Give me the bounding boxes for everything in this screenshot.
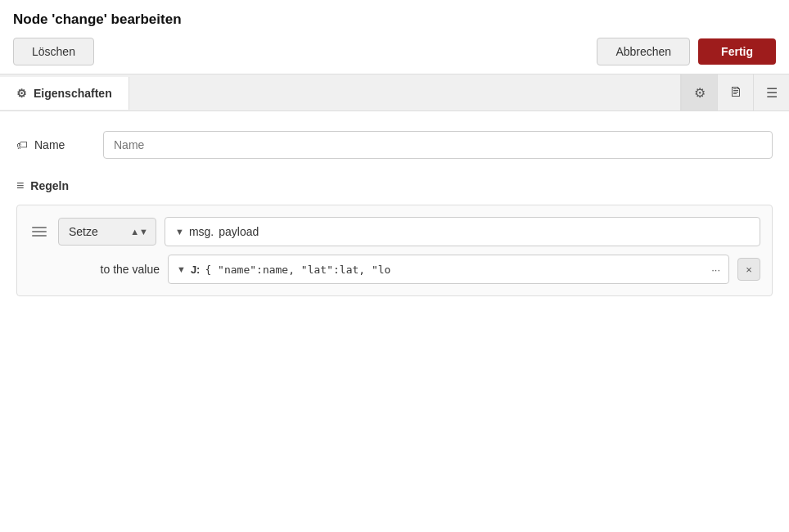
abbrechen-button[interactable]: Abbrechen: [597, 38, 690, 65]
tabs-bar: ⚙ Eigenschaften ⚙ 🖹 ☰: [0, 74, 789, 111]
tab-document-button[interactable]: 🖹: [717, 74, 753, 110]
drag-line-3: [32, 235, 47, 237]
rule-card: Setze Ändere Lösche Verschiebe ▲▼ ▼ msg.…: [16, 205, 773, 296]
name-field-row: 🏷 Name: [16, 131, 773, 159]
json-type-icon: J:: [191, 264, 201, 276]
name-input[interactable]: [103, 131, 773, 159]
drag-line-2: [32, 231, 47, 232]
gear-icon: ⚙: [16, 87, 27, 100]
json-field[interactable]: ▼ J: { "name":name, "lat":lat, "lo ···: [168, 255, 729, 284]
regeln-section: ≡ Regeln Setze Ändere Lösche Verschiebe: [16, 178, 773, 296]
rule-first-row: Setze Ändere Lösche Verschiebe ▲▼ ▼ msg.…: [29, 217, 760, 246]
tabs-right-icons: ⚙ 🖹 ☰: [680, 74, 789, 110]
action-select[interactable]: Setze Ändere Lösche Verschiebe: [58, 218, 156, 246]
tab-eigenschaften[interactable]: ⚙ Eigenschaften: [0, 77, 129, 110]
json-ellipsis: ···: [711, 264, 720, 276]
rule-second-row: to the value ▼ J: { "name":name, "lat":l…: [29, 255, 760, 284]
tab-eigenschaften-label: Eigenschaften: [34, 87, 112, 100]
header-buttons: Löschen Abbrechen Fertig: [13, 38, 776, 65]
drag-handle[interactable]: [29, 223, 50, 240]
content-area: 🏷 Name ≡ Regeln Setze Ändere: [0, 111, 789, 316]
tab-more-button[interactable]: ☰: [753, 74, 789, 110]
page-title: Node 'change' bearbeiten: [13, 11, 776, 28]
payload-value: payload: [219, 225, 259, 238]
to-the-value-label: to the value: [61, 263, 160, 276]
name-label: 🏷 Name: [16, 138, 90, 151]
payload-chevron: ▼: [175, 227, 184, 237]
fertig-button[interactable]: Fertig: [698, 38, 776, 65]
loschen-button[interactable]: Löschen: [13, 38, 94, 65]
rule-delete-button[interactable]: ×: [737, 258, 760, 281]
header: Node 'change' bearbeiten Löschen Abbrech…: [0, 0, 789, 74]
action-select-wrapper: Setze Ändere Lösche Verschiebe ▲▼: [58, 218, 156, 246]
json-chevron: ▼: [177, 264, 186, 274]
drag-line-1: [32, 227, 47, 228]
json-content: { "name":name, "lat":lat, "lo: [205, 264, 706, 276]
tag-icon: 🏷: [16, 138, 28, 151]
payload-type: msg.: [189, 225, 214, 238]
list-icon: ≡: [16, 178, 24, 193]
msg-payload-field[interactable]: ▼ msg. payload: [165, 217, 760, 246]
tab-gear-button[interactable]: ⚙: [681, 74, 717, 110]
regeln-label: ≡ Regeln: [16, 178, 773, 193]
